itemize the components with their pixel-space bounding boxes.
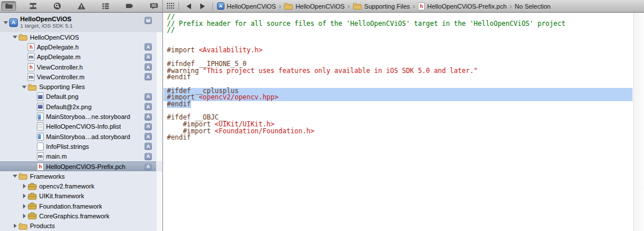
debug-navigator-tab[interactable] <box>98 1 113 11</box>
status-badge: A <box>144 53 152 61</box>
project-title: HelloOpenCViOS <box>20 16 73 22</box>
disclosure-triangle-icon[interactable] <box>21 214 28 218</box>
tree-row[interactable]: mmain.mA <box>0 152 162 161</box>
tree-row[interactable]: Products <box>0 221 162 231</box>
code-area[interactable]: //// Prefix header for all source files … <box>163 14 632 141</box>
log-icon <box>150 2 158 10</box>
source-editor[interactable]: //// Prefix header for all source files … <box>163 13 644 231</box>
file-strings-icon <box>37 143 44 151</box>
breadcrumb-item[interactable]: HelloOpenCViOS <box>284 2 344 10</box>
project-navigator-sidebar: A HelloOpenCViOS 1 target, iOS SDK 5.1 M… <box>0 13 163 231</box>
symbol-navigator-tab[interactable] <box>25 1 40 11</box>
file-h-icon: h <box>418 2 425 10</box>
tree-row[interactable]: Supporting Files <box>0 82 162 91</box>
status-badge: A <box>144 103 152 110</box>
status-badge: A <box>144 43 152 51</box>
tree-row[interactable]: Default.pngA <box>0 92 162 102</box>
code-line: #endif <box>163 134 632 141</box>
tree-row[interactable]: MainStoryboa…ne.storyboardA <box>0 111 162 121</box>
tree-row-label: AppDelegate.m <box>37 53 81 60</box>
tree-row-label: CoreGraphics.framework <box>39 213 109 220</box>
framework-icon <box>28 212 37 220</box>
tree-row[interactable]: hViewController.hA <box>0 62 162 72</box>
issue-icon <box>77 2 86 10</box>
file-image-icon <box>37 93 44 101</box>
tree-row[interactable]: opencv2.framework <box>0 181 162 191</box>
framework-icon <box>28 202 37 210</box>
code-line: #import <opencv2/opencv.hpp> <box>163 94 632 101</box>
project-icon <box>5 2 13 10</box>
tree-row-label: InfoPlist.strings <box>46 143 89 150</box>
breadcrumb-label: Supporting Files <box>364 3 410 10</box>
breadcrumb-label: HelloOpenCViOS <box>295 3 344 10</box>
file-h-icon: h <box>28 63 35 71</box>
search-navigator-tab[interactable] <box>49 1 64 11</box>
log-navigator-tab[interactable] <box>146 1 161 11</box>
status-badge: A <box>144 93 152 101</box>
folder-icon <box>18 222 28 230</box>
tree-row-label: Default.png <box>46 93 78 100</box>
back-button[interactable] <box>186 3 191 9</box>
tree-row[interactable]: HelloOpenCViOS-Info.plistA <box>0 122 162 132</box>
code-line <box>163 108 632 115</box>
divider <box>212 2 213 10</box>
project-row[interactable]: A HelloOpenCViOS 1 target, iOS SDK 5.1 M <box>0 13 162 32</box>
tree-row[interactable]: Foundation.framework <box>0 201 162 211</box>
breadcrumb-item[interactable]: Supporting Files <box>353 2 410 10</box>
breadcrumb-item[interactable]: No Selection <box>515 3 550 10</box>
disclosure-triangle-icon[interactable] <box>12 36 18 38</box>
status-badge: A <box>144 73 152 80</box>
jump-bar: AHelloOpenCViOS›HelloOpenCViOS›Supportin… <box>163 0 644 12</box>
file-m-icon: m <box>28 53 35 61</box>
issue-navigator-tab[interactable] <box>74 1 89 11</box>
project-navigator-tab[interactable] <box>1 1 16 11</box>
tree-row[interactable]: mAppDelegate.mA <box>0 52 162 62</box>
forward-button[interactable] <box>200 3 205 9</box>
tree-row-label: MainStoryboa…ad.storyboard <box>46 133 130 140</box>
editor-scrollbar[interactable] <box>633 13 644 231</box>
tree-row[interactable]: mViewController.mA <box>0 72 162 82</box>
disclosure-triangle-icon[interactable] <box>21 184 28 188</box>
tree-row[interactable]: MainStoryboa…ad.storyboardA <box>0 132 162 141</box>
tree-row[interactable]: CoreGraphics.framework <box>0 211 162 221</box>
file-storyboard-icon <box>37 133 44 141</box>
tree-row-label: HelloOpenCViOS-Prefix.pch <box>46 163 125 170</box>
related-items-icon[interactable] <box>167 3 174 9</box>
code-line <box>163 34 632 41</box>
breadcrumb-item[interactable]: AHelloOpenCViOS <box>217 2 276 10</box>
folder-icon <box>18 172 28 180</box>
code-line: #import <Availability.h> <box>163 47 632 54</box>
sidebar-scrollbar[interactable] <box>156 32 162 231</box>
tree-row-label: opencv2.framework <box>39 183 94 190</box>
tree-row-label: HelloOpenCViOS <box>30 34 79 41</box>
disclosure-triangle-icon[interactable] <box>21 204 28 209</box>
divider <box>178 2 179 10</box>
status-badge: A <box>144 163 152 171</box>
tree-row[interactable]: UIKit.framework <box>0 191 162 201</box>
tree-row[interactable]: Default@2x.pngA <box>0 102 162 111</box>
breakpoint-navigator-tab[interactable] <box>122 1 137 11</box>
file-h-icon: h <box>37 163 44 171</box>
tree-row-label: ViewController.m <box>37 74 85 80</box>
toolbar: AHelloOpenCViOS›HelloOpenCViOS›Supportin… <box>0 0 644 13</box>
breadcrumb-separator: › <box>348 2 350 10</box>
breadcrumb-item[interactable]: hHelloOpenCViOS-Prefix.pch <box>418 2 506 10</box>
folder-icon <box>353 2 362 10</box>
status-badge: A <box>144 63 152 71</box>
breadcrumb-separator: › <box>509 2 512 10</box>
disclosure-triangle-icon[interactable] <box>21 86 28 88</box>
project-subtitle: 1 target, iOS SDK 5.1 <box>20 22 73 29</box>
disclosure-triangle-icon[interactable] <box>2 21 9 24</box>
disclosure-triangle-icon[interactable] <box>21 194 28 198</box>
breadcrumb-label: HelloOpenCViOS-Prefix.pch <box>427 3 506 10</box>
tree-row[interactable]: hHelloOpenCViOS-Prefix.pchA <box>0 161 162 171</box>
tree-row[interactable]: hAppDelegate.hA <box>0 42 162 52</box>
disclosure-triangle-icon[interactable] <box>12 224 18 228</box>
disclosure-triangle-icon[interactable] <box>12 175 18 178</box>
tree-row[interactable]: HelloOpenCViOS <box>0 32 162 42</box>
tree-row[interactable]: Frameworks <box>0 171 162 181</box>
folder-icon <box>28 83 37 91</box>
tree-row[interactable]: InfoPlist.stringsA <box>0 141 162 151</box>
code-line: #import <Foundation/Foundation.h> <box>163 128 632 135</box>
status-badge: A <box>144 143 152 150</box>
